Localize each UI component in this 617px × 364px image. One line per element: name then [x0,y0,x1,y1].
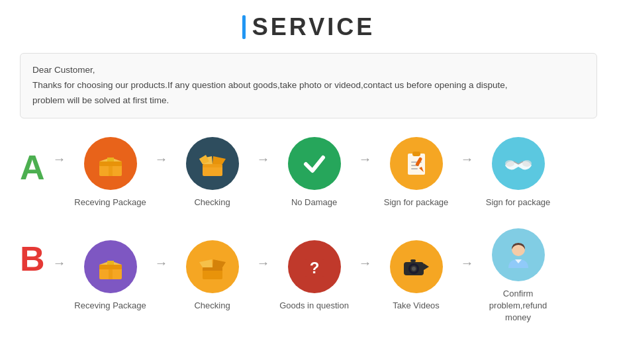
svg-marker-27 [424,263,429,270]
page: SERVICE Dear Customer, Thanks for choosi… [0,0,617,357]
arrow-a1: → [155,152,168,167]
icon-receiving-package-b [84,240,137,293]
section-b-flow: → Receving Package → [52,228,597,324]
section-b: B → Receving Package → [20,228,597,324]
notice-line3: problem will be solved at first time. [32,93,585,109]
label-b-3: Goods in question [279,300,349,312]
label-b-4: Take Videos [393,300,440,312]
icon-no-damage [288,137,341,190]
arrow-b2: → [257,255,270,271]
title-row: SERVICE [20,13,597,41]
notice-box: Dear Customer, Thanks for choosing our p… [20,53,597,118]
label-b-5: Confirm problem,refund money [475,288,561,324]
icon-sign-package-2 [492,137,545,190]
svg-rect-7 [412,152,420,156]
section-a-letter: A [20,150,45,185]
svg-rect-17 [107,261,114,265]
flow-a-item-5: Sign for package [475,137,561,208]
label-a-4: Sign for package [384,197,449,208]
flow-b-item-5: Confirm problem,refund money [475,228,561,324]
label-a-5: Sign for package [486,197,551,208]
svg-point-14 [522,160,532,167]
flow-b-item-2: Checking [169,240,256,312]
arrow-a3: → [359,152,372,167]
page-title: SERVICE [252,13,375,41]
label-a-2: Checking [194,197,230,208]
flow-a-item-2: Checking [169,137,256,208]
label-a-3: No Damage [291,197,337,208]
icon-take-videos [390,240,443,293]
icon-confirm-refund [492,228,545,281]
arrow-a4: → [461,152,474,167]
flow-a-item-3: No Damage [271,137,357,208]
flow-b-item-3: ? Goods in question [271,240,357,312]
arrow-a2: → [257,152,270,167]
svg-rect-3 [109,161,113,176]
label-b-1: Receving Package [74,300,146,312]
arrow-b1: → [155,255,168,271]
svg-rect-28 [410,259,416,262]
flow-a-item-4: Sign for package [373,137,459,208]
svg-point-13 [505,160,514,167]
flow-a-item-1: Receving Package [68,137,154,208]
flow-b-item-1: Receving Package [68,240,154,312]
arrow-b4: → [461,255,474,271]
section-a: A → Receving P [20,137,597,208]
flow-b-item-4: Take Videos [373,240,459,312]
svg-rect-5 [203,164,222,167]
svg-rect-20 [203,267,222,271]
arrow-a0: → [53,152,66,167]
section-a-flow: → Receving Package [52,137,597,208]
label-a-1: Receving Package [74,197,146,208]
svg-rect-18 [109,265,113,279]
icon-checking-a [186,137,239,190]
section-b-letter: B [20,242,45,276]
label-b-2: Checking [194,300,230,312]
icon-checking-b [186,240,239,293]
arrow-b0: → [53,255,66,271]
svg-rect-2 [107,158,114,161]
icon-goods-question: ? [288,240,341,293]
svg-point-26 [412,267,416,271]
icon-receiving-package-a [84,137,137,190]
svg-rect-10 [411,168,418,169]
title-bar [242,15,246,39]
arrow-b3: → [359,255,372,271]
svg-text:?: ? [309,259,319,277]
icon-sign-package-1 [390,137,443,190]
notice-line1: Dear Customer, [32,63,585,78]
notice-line2: Thanks for choosing our products.If any … [32,78,585,93]
